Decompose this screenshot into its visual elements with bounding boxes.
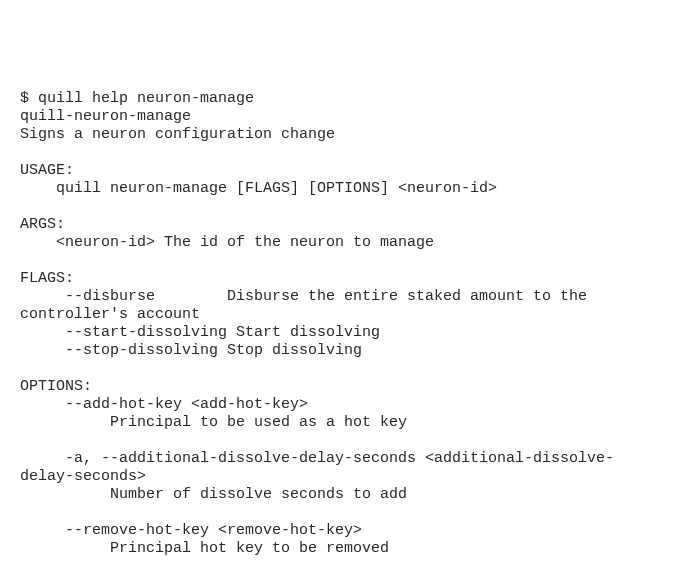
option-remove-hot-key: --remove-hot-key <remove-hot-key>	[20, 522, 362, 539]
flag-disburse: --disburse Disburse the entire staked am…	[20, 288, 596, 323]
options-header: OPTIONS:	[20, 378, 92, 395]
command-line: $ quill help neuron-manage	[20, 90, 254, 107]
args-neuron-id: <neuron-id> The id of the neuron to mana…	[20, 234, 434, 251]
args-header: ARGS:	[20, 216, 65, 233]
usage-header: USAGE:	[20, 162, 74, 179]
flags-header: FLAGS:	[20, 270, 74, 287]
flag-stop-dissolving: --stop-dissolving Stop dissolving	[20, 342, 362, 359]
option-additional-dissolve-delay: -a, --additional-dissolve-delay-seconds …	[20, 450, 614, 485]
option-remove-hot-key-desc: Principal hot key to be removed	[20, 540, 389, 557]
terminal-output: $ quill help neuron-manage quill-neuron-…	[20, 90, 658, 558]
program-name: quill-neuron-manage	[20, 108, 191, 125]
flag-start-dissolving: --start-dissolving Start dissolving	[20, 324, 380, 341]
usage-line: quill neuron-manage [FLAGS] [OPTIONS] <n…	[20, 180, 497, 197]
option-add-hot-key: --add-hot-key <add-hot-key>	[20, 396, 308, 413]
option-additional-dissolve-delay-desc: Number of dissolve seconds to add	[20, 486, 407, 503]
program-description: Signs a neuron configuration change	[20, 126, 335, 143]
option-add-hot-key-desc: Principal to be used as a hot key	[20, 414, 407, 431]
